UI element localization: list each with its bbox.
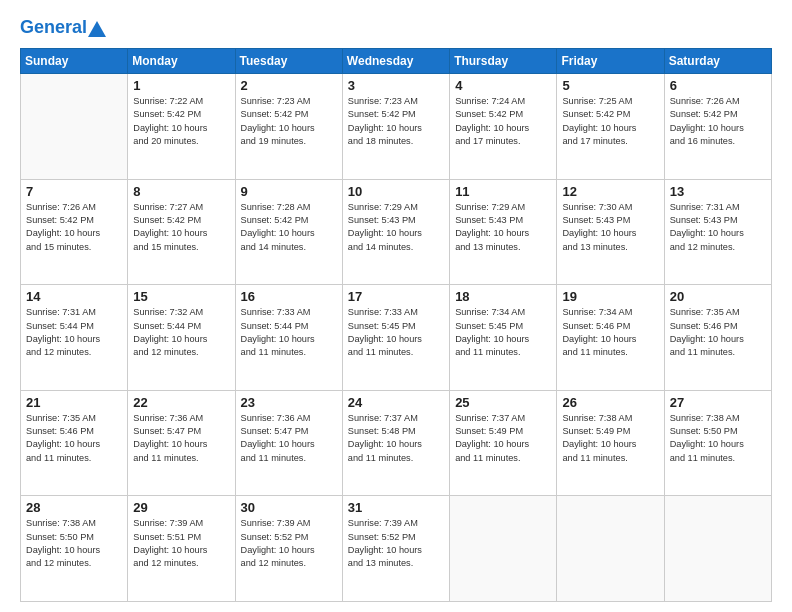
day-info: Sunrise: 7:33 AM Sunset: 5:45 PM Dayligh…: [348, 306, 444, 359]
day-info: Sunrise: 7:31 AM Sunset: 5:44 PM Dayligh…: [26, 306, 122, 359]
calendar-cell: 9Sunrise: 7:28 AM Sunset: 5:42 PM Daylig…: [235, 179, 342, 285]
calendar-cell: 23Sunrise: 7:36 AM Sunset: 5:47 PM Dayli…: [235, 390, 342, 496]
day-number: 30: [241, 500, 337, 515]
calendar-week-row: 28Sunrise: 7:38 AM Sunset: 5:50 PM Dayli…: [21, 496, 772, 602]
day-number: 9: [241, 184, 337, 199]
calendar-cell: 13Sunrise: 7:31 AM Sunset: 5:43 PM Dayli…: [664, 179, 771, 285]
calendar-week-row: 21Sunrise: 7:35 AM Sunset: 5:46 PM Dayli…: [21, 390, 772, 496]
day-number: 10: [348, 184, 444, 199]
day-info: Sunrise: 7:33 AM Sunset: 5:44 PM Dayligh…: [241, 306, 337, 359]
calendar-cell: 24Sunrise: 7:37 AM Sunset: 5:48 PM Dayli…: [342, 390, 449, 496]
day-number: 24: [348, 395, 444, 410]
day-info: Sunrise: 7:39 AM Sunset: 5:52 PM Dayligh…: [241, 517, 337, 570]
day-info: Sunrise: 7:26 AM Sunset: 5:42 PM Dayligh…: [670, 95, 766, 148]
day-info: Sunrise: 7:35 AM Sunset: 5:46 PM Dayligh…: [670, 306, 766, 359]
day-number: 2: [241, 78, 337, 93]
calendar-cell: 5Sunrise: 7:25 AM Sunset: 5:42 PM Daylig…: [557, 74, 664, 180]
day-number: 26: [562, 395, 658, 410]
day-info: Sunrise: 7:23 AM Sunset: 5:42 PM Dayligh…: [348, 95, 444, 148]
logo-icon: [88, 20, 106, 38]
day-info: Sunrise: 7:24 AM Sunset: 5:42 PM Dayligh…: [455, 95, 551, 148]
calendar-cell: 28Sunrise: 7:38 AM Sunset: 5:50 PM Dayli…: [21, 496, 128, 602]
calendar-day-header: Saturday: [664, 49, 771, 74]
day-info: Sunrise: 7:39 AM Sunset: 5:52 PM Dayligh…: [348, 517, 444, 570]
day-number: 22: [133, 395, 229, 410]
day-info: Sunrise: 7:26 AM Sunset: 5:42 PM Dayligh…: [26, 201, 122, 254]
day-info: Sunrise: 7:37 AM Sunset: 5:49 PM Dayligh…: [455, 412, 551, 465]
day-info: Sunrise: 7:38 AM Sunset: 5:49 PM Dayligh…: [562, 412, 658, 465]
day-number: 21: [26, 395, 122, 410]
calendar-cell: 19Sunrise: 7:34 AM Sunset: 5:46 PM Dayli…: [557, 285, 664, 391]
calendar-day-header: Friday: [557, 49, 664, 74]
calendar-cell: 3Sunrise: 7:23 AM Sunset: 5:42 PM Daylig…: [342, 74, 449, 180]
day-info: Sunrise: 7:38 AM Sunset: 5:50 PM Dayligh…: [670, 412, 766, 465]
logo: General: [20, 18, 106, 38]
day-number: 11: [455, 184, 551, 199]
calendar-cell: 7Sunrise: 7:26 AM Sunset: 5:42 PM Daylig…: [21, 179, 128, 285]
day-info: Sunrise: 7:29 AM Sunset: 5:43 PM Dayligh…: [348, 201, 444, 254]
calendar-cell: 14Sunrise: 7:31 AM Sunset: 5:44 PM Dayli…: [21, 285, 128, 391]
day-info: Sunrise: 7:37 AM Sunset: 5:48 PM Dayligh…: [348, 412, 444, 465]
calendar-day-header: Sunday: [21, 49, 128, 74]
calendar-cell: 27Sunrise: 7:38 AM Sunset: 5:50 PM Dayli…: [664, 390, 771, 496]
calendar-cell: 4Sunrise: 7:24 AM Sunset: 5:42 PM Daylig…: [450, 74, 557, 180]
day-number: 14: [26, 289, 122, 304]
calendar-day-header: Thursday: [450, 49, 557, 74]
day-number: 23: [241, 395, 337, 410]
calendar-cell: [450, 496, 557, 602]
day-info: Sunrise: 7:23 AM Sunset: 5:42 PM Dayligh…: [241, 95, 337, 148]
day-number: 13: [670, 184, 766, 199]
day-number: 16: [241, 289, 337, 304]
svg-marker-0: [88, 21, 106, 37]
calendar-cell: 1Sunrise: 7:22 AM Sunset: 5:42 PM Daylig…: [128, 74, 235, 180]
calendar-day-header: Tuesday: [235, 49, 342, 74]
calendar-week-row: 14Sunrise: 7:31 AM Sunset: 5:44 PM Dayli…: [21, 285, 772, 391]
calendar-cell: 2Sunrise: 7:23 AM Sunset: 5:42 PM Daylig…: [235, 74, 342, 180]
calendar-cell: 12Sunrise: 7:30 AM Sunset: 5:43 PM Dayli…: [557, 179, 664, 285]
day-info: Sunrise: 7:29 AM Sunset: 5:43 PM Dayligh…: [455, 201, 551, 254]
day-info: Sunrise: 7:31 AM Sunset: 5:43 PM Dayligh…: [670, 201, 766, 254]
calendar-cell: 16Sunrise: 7:33 AM Sunset: 5:44 PM Dayli…: [235, 285, 342, 391]
day-info: Sunrise: 7:30 AM Sunset: 5:43 PM Dayligh…: [562, 201, 658, 254]
day-number: 12: [562, 184, 658, 199]
day-info: Sunrise: 7:32 AM Sunset: 5:44 PM Dayligh…: [133, 306, 229, 359]
day-info: Sunrise: 7:28 AM Sunset: 5:42 PM Dayligh…: [241, 201, 337, 254]
calendar-header-row: SundayMondayTuesdayWednesdayThursdayFrid…: [21, 49, 772, 74]
calendar-day-header: Wednesday: [342, 49, 449, 74]
calendar-cell: [557, 496, 664, 602]
day-number: 5: [562, 78, 658, 93]
calendar-cell: 29Sunrise: 7:39 AM Sunset: 5:51 PM Dayli…: [128, 496, 235, 602]
day-number: 7: [26, 184, 122, 199]
calendar-cell: 17Sunrise: 7:33 AM Sunset: 5:45 PM Dayli…: [342, 285, 449, 391]
day-number: 31: [348, 500, 444, 515]
calendar-cell: 6Sunrise: 7:26 AM Sunset: 5:42 PM Daylig…: [664, 74, 771, 180]
calendar-cell: 31Sunrise: 7:39 AM Sunset: 5:52 PM Dayli…: [342, 496, 449, 602]
calendar-week-row: 1Sunrise: 7:22 AM Sunset: 5:42 PM Daylig…: [21, 74, 772, 180]
day-info: Sunrise: 7:25 AM Sunset: 5:42 PM Dayligh…: [562, 95, 658, 148]
day-number: 4: [455, 78, 551, 93]
calendar-cell: 25Sunrise: 7:37 AM Sunset: 5:49 PM Dayli…: [450, 390, 557, 496]
calendar-table: SundayMondayTuesdayWednesdayThursdayFrid…: [20, 48, 772, 602]
day-info: Sunrise: 7:22 AM Sunset: 5:42 PM Dayligh…: [133, 95, 229, 148]
calendar-cell: 15Sunrise: 7:32 AM Sunset: 5:44 PM Dayli…: [128, 285, 235, 391]
day-number: 20: [670, 289, 766, 304]
day-number: 18: [455, 289, 551, 304]
logo-text: General: [20, 18, 87, 38]
page: General SundayMondayTuesdayWednesdayThur…: [0, 0, 792, 612]
day-info: Sunrise: 7:34 AM Sunset: 5:45 PM Dayligh…: [455, 306, 551, 359]
calendar-cell: [21, 74, 128, 180]
day-number: 3: [348, 78, 444, 93]
day-number: 28: [26, 500, 122, 515]
calendar-cell: 30Sunrise: 7:39 AM Sunset: 5:52 PM Dayli…: [235, 496, 342, 602]
header: General: [20, 18, 772, 38]
calendar-cell: 18Sunrise: 7:34 AM Sunset: 5:45 PM Dayli…: [450, 285, 557, 391]
day-info: Sunrise: 7:34 AM Sunset: 5:46 PM Dayligh…: [562, 306, 658, 359]
day-number: 27: [670, 395, 766, 410]
day-number: 29: [133, 500, 229, 515]
day-number: 25: [455, 395, 551, 410]
calendar-cell: 20Sunrise: 7:35 AM Sunset: 5:46 PM Dayli…: [664, 285, 771, 391]
calendar-cell: 22Sunrise: 7:36 AM Sunset: 5:47 PM Dayli…: [128, 390, 235, 496]
day-info: Sunrise: 7:36 AM Sunset: 5:47 PM Dayligh…: [241, 412, 337, 465]
day-info: Sunrise: 7:27 AM Sunset: 5:42 PM Dayligh…: [133, 201, 229, 254]
day-number: 15: [133, 289, 229, 304]
